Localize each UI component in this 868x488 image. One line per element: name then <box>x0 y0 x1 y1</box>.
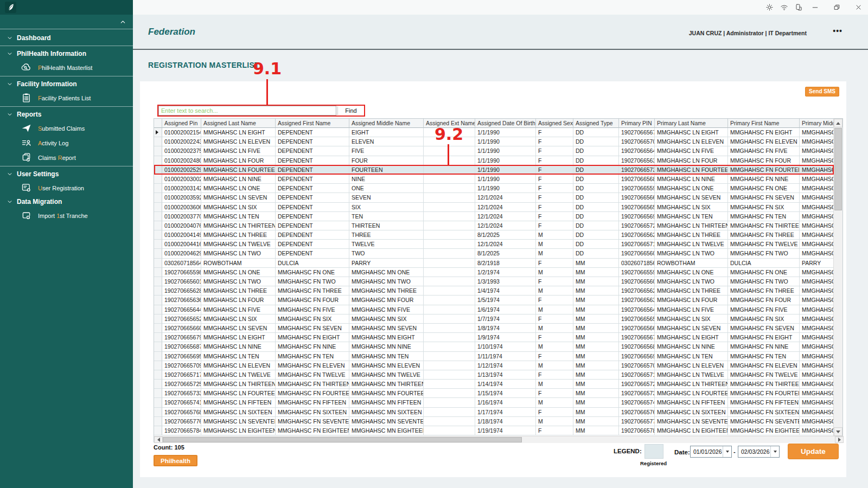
table-row[interactable]: 190270665598MMGHAHSC LN ONEMMGHAHSC FN O… <box>154 268 834 277</box>
wifi-icon[interactable] <box>778 2 789 12</box>
sidebar-section-reports[interactable]: Reports <box>0 108 133 121</box>
table-row[interactable]: 190270665636MMGHAHSC LN FOURMMGHAHSC FN … <box>154 296 834 305</box>
column-header-assigned-last-name[interactable]: Assigned Last Name <box>201 119 276 128</box>
table-row[interactable]: 010002002243MMGHAHSC LN ELEVENDEPENDENTE… <box>154 137 834 146</box>
column-header-primary-middle-name[interactable]: Primary Middle Name <box>800 119 834 128</box>
table-row[interactable]: 010002002529MMGHAHSC LN FOURTEENDEPENDEN… <box>154 165 834 175</box>
table-row[interactable]: 010002003592MMGHAHSC LN SEVENDEPENDENTSE… <box>154 193 834 202</box>
table-row[interactable]: 190270665628MMGHAHSC LN THREEMMGHAHSC FN… <box>154 286 834 296</box>
table-cell: MMGHAHSC FN EIGHT <box>276 333 349 342</box>
scroll-left-icon[interactable] <box>154 436 163 443</box>
table-row[interactable]: 190270665660MMGHAHSC LN SEVENMMGHAHSC FN… <box>154 324 834 333</box>
table-cell: MMGHAHSC LN THREE <box>201 286 276 296</box>
table-row[interactable]: 190270665687MMGHAHSC LN NINEMMGHAHSC FN … <box>154 342 834 351</box>
sidebar-item-facility-patients-list[interactable]: Facility Patients List <box>0 91 133 105</box>
table-row[interactable]: 010002002480MMGHAHSC LN FOURDEPENDENTFOU… <box>154 156 834 165</box>
table-row[interactable]: 030260718564ROWBOTHAMDULCIAPARRY8/2/1918… <box>154 259 834 268</box>
sidebar-section-dashboard[interactable]: Dashboard <box>0 31 133 44</box>
table-row[interactable]: 190270665679MMGHAHSC LN EIGHTMMGHAHSC FN… <box>154 333 834 342</box>
sidebar-section-user-settings[interactable]: User Settings <box>0 168 133 181</box>
scroll-up-icon[interactable] <box>834 119 843 127</box>
sidebar-item-activity-log[interactable]: Activity Log <box>0 136 133 150</box>
leaf-icon <box>5 2 16 13</box>
table-cell: 1/1/1990 <box>475 184 536 193</box>
table-row[interactable]: 190270665768MMGHAHSC LN SIXTEENMMGHAHSC … <box>154 408 834 417</box>
table-row[interactable]: 190270665741MMGHAHSC LN FIFTEENMMGHAHSC … <box>154 398 834 407</box>
table-cell <box>424 333 475 342</box>
chevron-down-icon[interactable] <box>723 446 731 457</box>
table-row[interactable]: 010002003142MMGHAHSC LN ONEDEPENDENTONE1… <box>154 184 834 193</box>
table-cell: 010002002529 <box>162 165 201 175</box>
table-cell: 1/10/1974 <box>475 342 536 351</box>
table-row[interactable]: 010002002375MMGHAHSC LN FIVEDEPENDENTFIV… <box>154 146 834 156</box>
table-row[interactable]: 190270665601MMGHAHSC LN TWOMMGHAHSC FN T… <box>154 277 834 286</box>
table-row[interactable]: 190270665644MMGHAHSC LN FIVEMMGHAHSC FN … <box>154 305 834 314</box>
sidebar-section-facility-information[interactable]: Facility Information <box>0 78 133 91</box>
table-row[interactable]: 010002004076MMGHAHSC LN THIRTEENDEPENDEN… <box>154 221 834 230</box>
table-cell <box>424 193 475 202</box>
sidebar-item-philhealth-masterlist[interactable]: PhilHealth Masterlist <box>0 60 133 75</box>
table-row[interactable]: 190270665717MMGHAHSC LN TWELVEMMGHAHSC F… <box>154 370 834 380</box>
table-cell: MMGHAHSC FN NINE <box>728 175 800 184</box>
column-header-assigned-type[interactable]: Assigned Type <box>573 119 619 128</box>
table-row[interactable]: 190270665695MMGHAHSC LN TENMMGHAHSC FN T… <box>154 352 834 361</box>
table-row[interactable]: 010002003770MMGHAHSC LN TENDEPENDENTTEN1… <box>154 212 834 221</box>
date-from-select[interactable]: 01/01/2026 <box>690 446 732 458</box>
table-row[interactable]: 190270665709MMGHAHSC LN ELEVENMMGHAHSC F… <box>154 361 834 370</box>
table-row[interactable]: 010002004416MMGHAHSC LN TWELVEDEPENDENTT… <box>154 240 834 249</box>
table-row[interactable]: 010002003002MMGHAHSC LN NINEDEPENDENTNIN… <box>154 175 834 184</box>
chevron-down-icon[interactable] <box>770 446 779 457</box>
annotation-9-1: 9.1 <box>253 61 282 77</box>
grid-corner-header[interactable] <box>154 119 162 128</box>
vertical-scrollbar-thumb[interactable] <box>834 128 842 210</box>
minimize-button[interactable] <box>809 2 820 12</box>
update-button[interactable]: Update <box>788 444 839 459</box>
close-button[interactable] <box>853 2 864 12</box>
table-row[interactable]: 010002004149MMGHAHSC LN THREEDEPENDENTTH… <box>154 230 834 240</box>
sidebar-item-import-1st-tranche[interactable]: Import 1st Tranche <box>0 208 133 223</box>
scroll-down-icon[interactable] <box>834 427 843 436</box>
table-row[interactable]: 190270665733MMGHAHSC LN FOURTEENMMGHAHSC… <box>154 389 834 398</box>
table-row[interactable]: 010002003606MMGHAHSC LN SIXDEPENDENTSIX1… <box>154 203 834 212</box>
sidebar-item-user-registration[interactable]: User Registration <box>0 181 133 195</box>
table-cell: MMGHAHSC FN EIGHTEEN <box>728 426 800 435</box>
column-header-assigned-middle-name[interactable]: Assigned Middle Name <box>349 119 424 128</box>
table-cell: 1/17/1974 <box>475 408 536 417</box>
maximize-restore-button[interactable] <box>831 2 842 12</box>
table-row[interactable]: 010002002154MMGHAHSC LN EIGHTDEPENDENTEI… <box>154 128 834 137</box>
vertical-scrollbar[interactable] <box>833 119 843 436</box>
sidebar-collapse-button[interactable] <box>0 15 133 29</box>
column-header-assigned-date-of-birth[interactable]: Assigned Date Of Birth <box>475 119 536 128</box>
ellipsis-menu-button[interactable]: ••• <box>833 27 843 35</box>
table-cell: SEVEN <box>349 193 424 202</box>
find-button[interactable]: Find <box>338 106 364 115</box>
table-row[interactable]: 190270665725MMGHAHSC LN THIRTEENMMGHAHSC… <box>154 380 834 389</box>
column-header-primary-pin[interactable]: Primary PIN <box>619 119 655 128</box>
column-header-assigned-first-name[interactable]: Assigned First Name <box>276 119 349 128</box>
date-to-select[interactable]: 02/03/2026 <box>738 446 780 458</box>
horizontal-scrollbar[interactable] <box>154 436 844 443</box>
table-row[interactable]: 190270665776MMGHAHSC LN SEVENTEENMMGHAHS… <box>154 417 834 426</box>
table-row[interactable]: 190270665784MMGHAHSC LN EIGHTEENMMGHAHSC… <box>154 426 834 435</box>
horizontal-scrollbar-thumb[interactable] <box>163 437 522 442</box>
column-header-assigned-pin[interactable]: Assigned Pin <box>162 119 201 128</box>
table-cell: 8/2/1918 <box>475 259 536 268</box>
table-row[interactable]: 010002004629MMGHAHSC LN TWODEPENDENTTWO8… <box>154 249 834 258</box>
column-header-primary-first-name[interactable]: Primary First Name <box>728 119 800 128</box>
scroll-right-icon[interactable] <box>835 436 844 443</box>
column-header-primary-last-name[interactable]: Primary Last Name <box>655 119 728 128</box>
sidebar-section-data-migration[interactable]: Data Migration <box>0 195 133 208</box>
table-row[interactable]: 190270665652MMGHAHSC LN SIXMMGHAHSC FN S… <box>154 314 834 324</box>
philhealth-button[interactable]: Philhealth <box>154 455 197 466</box>
sidebar-item-submitted-claims[interactable]: Submitted Claims <box>0 121 133 136</box>
row-header <box>154 203 162 212</box>
table-cell: 030260718564 <box>619 259 655 268</box>
column-header-assigned-sex[interactable]: Assigned Sex <box>536 119 573 128</box>
device-link-icon[interactable] <box>793 2 803 12</box>
send-sms-button[interactable]: Send SMS <box>805 87 839 97</box>
sidebar-item-claims-report[interactable]: Claims Report <box>0 150 133 165</box>
gear-icon[interactable] <box>764 2 775 12</box>
table-cell: 190270665733 <box>162 389 201 398</box>
search-input[interactable] <box>158 106 336 115</box>
sidebar-section-philhealth-information[interactable]: PhilHealth Information <box>0 47 133 60</box>
